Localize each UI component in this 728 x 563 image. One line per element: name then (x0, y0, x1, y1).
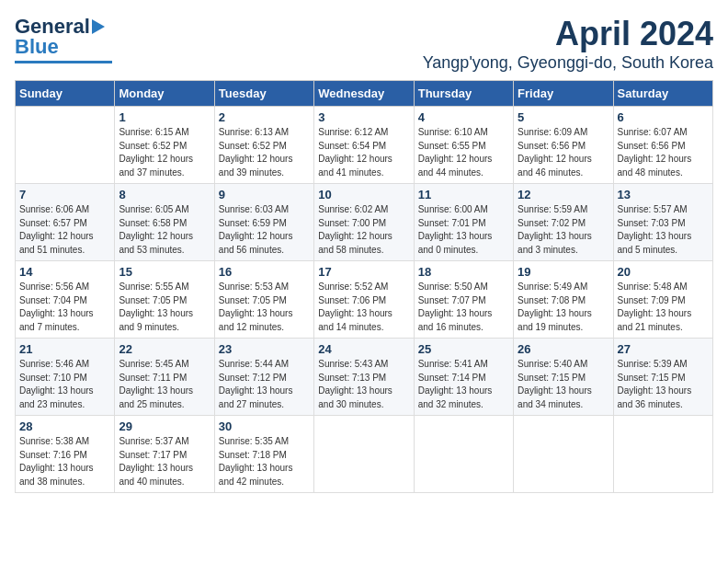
table-row: 16Sunrise: 5:53 AMSunset: 7:05 PMDayligh… (214, 261, 313, 339)
day-number: 24 (318, 342, 409, 356)
day-info: Sunrise: 5:59 AMSunset: 7:02 PMDaylight:… (518, 203, 609, 257)
table-row: 21Sunrise: 5:46 AMSunset: 7:10 PMDayligh… (16, 339, 115, 416)
table-row: 22Sunrise: 5:45 AMSunset: 7:11 PMDayligh… (115, 339, 214, 416)
table-row: 2Sunrise: 6:13 AMSunset: 6:52 PMDaylight… (214, 107, 313, 184)
table-row (314, 416, 414, 493)
calendar-week-row: 1Sunrise: 6:15 AMSunset: 6:52 PMDaylight… (16, 107, 713, 184)
day-info: Sunrise: 6:05 AMSunset: 6:58 PMDaylight:… (119, 203, 210, 257)
table-row: 8Sunrise: 6:05 AMSunset: 6:58 PMDaylight… (115, 184, 214, 261)
day-number: 18 (418, 265, 509, 279)
table-row: 12Sunrise: 5:59 AMSunset: 7:02 PMDayligh… (514, 184, 613, 261)
table-row: 30Sunrise: 5:35 AMSunset: 7:18 PMDayligh… (214, 416, 313, 493)
table-row: 25Sunrise: 5:41 AMSunset: 7:14 PMDayligh… (414, 339, 513, 416)
logo-underline (15, 61, 112, 63)
day-number: 19 (518, 265, 609, 279)
col-monday: Monday (115, 81, 214, 107)
table-row: 3Sunrise: 6:12 AMSunset: 6:54 PMDaylight… (314, 107, 414, 184)
table-row: 28Sunrise: 5:38 AMSunset: 7:16 PMDayligh… (16, 416, 115, 493)
table-row (613, 416, 712, 493)
day-number: 1 (119, 110, 210, 124)
table-row: 17Sunrise: 5:52 AMSunset: 7:06 PMDayligh… (314, 261, 414, 339)
day-info: Sunrise: 6:03 AMSunset: 6:59 PMDaylight:… (219, 203, 310, 257)
day-info: Sunrise: 5:55 AMSunset: 7:05 PMDaylight:… (119, 281, 210, 334)
day-number: 15 (119, 265, 210, 279)
day-info: Sunrise: 6:12 AMSunset: 6:54 PMDaylight:… (318, 126, 409, 179)
table-row: 18Sunrise: 5:50 AMSunset: 7:07 PMDayligh… (414, 261, 513, 339)
day-info: Sunrise: 5:38 AMSunset: 7:16 PMDaylight:… (19, 435, 110, 488)
col-friday: Friday (514, 81, 613, 107)
table-row: 19Sunrise: 5:49 AMSunset: 7:08 PMDayligh… (514, 261, 613, 339)
day-number: 25 (418, 342, 509, 356)
day-number: 27 (618, 342, 709, 356)
day-info: Sunrise: 6:13 AMSunset: 6:52 PMDaylight:… (219, 126, 310, 179)
table-row: 13Sunrise: 5:57 AMSunset: 7:03 PMDayligh… (613, 184, 712, 261)
table-row: 23Sunrise: 5:44 AMSunset: 7:12 PMDayligh… (214, 339, 313, 416)
day-info: Sunrise: 6:07 AMSunset: 6:56 PMDaylight:… (618, 126, 709, 179)
table-row (514, 416, 613, 493)
day-number: 28 (19, 419, 110, 433)
page-header: General Blue April 2024 Yangp'yong, Gyeo… (15, 15, 713, 73)
day-info: Sunrise: 5:50 AMSunset: 7:07 PMDaylight:… (418, 281, 509, 334)
calendar-title: April 2024 (423, 15, 713, 53)
day-number: 11 (418, 188, 509, 201)
table-row: 7Sunrise: 6:06 AMSunset: 6:57 PMDaylight… (16, 184, 115, 261)
calendar-week-row: 21Sunrise: 5:46 AMSunset: 7:10 PMDayligh… (16, 339, 713, 416)
table-row (414, 416, 513, 493)
day-number: 8 (119, 188, 210, 201)
calendar-title-block: April 2024 Yangp'yong, Gyeonggi-do, Sout… (423, 15, 713, 73)
day-info: Sunrise: 5:45 AMSunset: 7:11 PMDaylight:… (119, 358, 210, 411)
day-number: 7 (19, 188, 110, 201)
day-number: 6 (618, 110, 709, 124)
table-row: 9Sunrise: 6:03 AMSunset: 6:59 PMDaylight… (214, 184, 313, 261)
table-row: 20Sunrise: 5:48 AMSunset: 7:09 PMDayligh… (613, 261, 712, 339)
table-row: 4Sunrise: 6:10 AMSunset: 6:55 PMDaylight… (414, 107, 513, 184)
table-row: 6Sunrise: 6:07 AMSunset: 6:56 PMDaylight… (613, 107, 712, 184)
col-wednesday: Wednesday (314, 81, 414, 107)
day-number: 12 (518, 188, 609, 201)
day-number: 3 (318, 110, 409, 124)
day-number: 9 (219, 188, 310, 201)
table-row: 26Sunrise: 5:40 AMSunset: 7:15 PMDayligh… (514, 339, 613, 416)
day-number: 26 (518, 342, 609, 356)
day-info: Sunrise: 5:57 AMSunset: 7:03 PMDaylight:… (618, 203, 709, 257)
day-number: 23 (219, 342, 310, 356)
day-number: 17 (318, 265, 409, 279)
table-row: 11Sunrise: 6:00 AMSunset: 7:01 PMDayligh… (414, 184, 513, 261)
day-number: 20 (618, 265, 709, 279)
day-info: Sunrise: 5:44 AMSunset: 7:12 PMDaylight:… (219, 358, 310, 411)
table-row: 14Sunrise: 5:56 AMSunset: 7:04 PMDayligh… (16, 261, 115, 339)
day-number: 2 (219, 110, 310, 124)
table-row (16, 107, 115, 184)
day-info: Sunrise: 5:40 AMSunset: 7:15 PMDaylight:… (518, 358, 609, 411)
day-number: 14 (19, 265, 110, 279)
table-row: 10Sunrise: 6:02 AMSunset: 7:00 PMDayligh… (314, 184, 414, 261)
calendar-week-row: 7Sunrise: 6:06 AMSunset: 6:57 PMDaylight… (16, 184, 713, 261)
calendar-header-row: Sunday Monday Tuesday Wednesday Thursday… (16, 81, 713, 107)
day-info: Sunrise: 6:02 AMSunset: 7:00 PMDaylight:… (318, 203, 409, 257)
day-number: 22 (119, 342, 210, 356)
day-number: 10 (318, 188, 409, 201)
day-info: Sunrise: 6:00 AMSunset: 7:01 PMDaylight:… (418, 203, 509, 257)
day-info: Sunrise: 5:56 AMSunset: 7:04 PMDaylight:… (19, 281, 110, 334)
col-thursday: Thursday (414, 81, 513, 107)
day-info: Sunrise: 5:43 AMSunset: 7:13 PMDaylight:… (318, 358, 409, 411)
day-number: 5 (518, 110, 609, 124)
day-number: 21 (19, 342, 110, 356)
table-row: 5Sunrise: 6:09 AMSunset: 6:56 PMDaylight… (514, 107, 613, 184)
calendar-table: Sunday Monday Tuesday Wednesday Thursday… (15, 80, 713, 493)
day-info: Sunrise: 6:10 AMSunset: 6:55 PMDaylight:… (418, 126, 509, 179)
table-row: 24Sunrise: 5:43 AMSunset: 7:13 PMDayligh… (314, 339, 414, 416)
day-info: Sunrise: 5:37 AMSunset: 7:17 PMDaylight:… (119, 435, 210, 488)
day-info: Sunrise: 5:48 AMSunset: 7:09 PMDaylight:… (618, 281, 709, 334)
calendar-week-row: 28Sunrise: 5:38 AMSunset: 7:16 PMDayligh… (16, 416, 713, 493)
day-number: 29 (119, 419, 210, 433)
table-row: 29Sunrise: 5:37 AMSunset: 7:17 PMDayligh… (115, 416, 214, 493)
day-info: Sunrise: 5:46 AMSunset: 7:10 PMDaylight:… (19, 358, 110, 411)
day-number: 4 (418, 110, 509, 124)
table-row: 1Sunrise: 6:15 AMSunset: 6:52 PMDaylight… (115, 107, 214, 184)
calendar-week-row: 14Sunrise: 5:56 AMSunset: 7:04 PMDayligh… (16, 261, 713, 339)
day-info: Sunrise: 5:41 AMSunset: 7:14 PMDaylight:… (418, 358, 509, 411)
calendar-subtitle: Yangp'yong, Gyeonggi-do, South Korea (423, 53, 713, 73)
logo: General Blue (15, 15, 112, 63)
day-info: Sunrise: 5:52 AMSunset: 7:06 PMDaylight:… (318, 281, 409, 334)
